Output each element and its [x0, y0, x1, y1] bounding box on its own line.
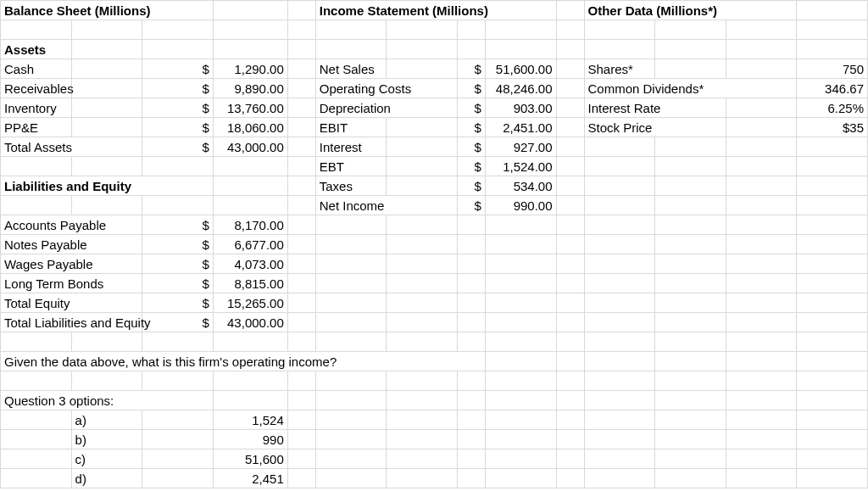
inv-val: 13,760.00	[213, 98, 287, 118]
data-row: Total Liabilities and Equity $ 43,000.00	[1, 313, 868, 332]
recv-sym: $	[142, 79, 214, 98]
balance-sheet-header: Balance Sheet (Millions)	[1, 1, 214, 20]
options-header-row: Question 3 options:	[1, 391, 868, 410]
opt-a-label: a)	[71, 410, 142, 430]
np-val: 6,677.00	[213, 235, 287, 254]
te-val: 15,265.00	[213, 293, 287, 313]
data-row: Notes Payable $ 6,677.00	[1, 235, 868, 254]
taxes-sym: $	[457, 176, 485, 196]
ppe-label: PP&E	[1, 118, 72, 137]
data-row: Total Assets $ 43,000.00 Interest $ 927.…	[1, 137, 868, 157]
option-row: a) 1,524	[1, 410, 868, 430]
np-label: Notes Payable	[1, 235, 142, 254]
tle-sym: $	[142, 313, 214, 332]
netsales-sym: $	[457, 59, 485, 79]
int-label: Interest	[315, 137, 387, 157]
income-statement-header: Income Statement (Millions)	[315, 1, 556, 20]
opcosts-label: Operating Costs	[315, 79, 457, 98]
ebit-val: 2,451.00	[485, 118, 556, 137]
netsales-label: Net Sales	[315, 59, 387, 79]
wp-sym: $	[142, 254, 214, 274]
ebt-sym: $	[457, 157, 485, 176]
data-row: EBT $ 1,524.00	[1, 157, 868, 176]
ni-val: 990.00	[485, 196, 556, 215]
other-data-header: Other Data (Millions*)	[584, 1, 797, 20]
opt-a-val: 1,524	[213, 410, 287, 430]
opt-d-val: 2,451	[213, 469, 287, 488]
empty-row	[1, 20, 868, 40]
ltb-label: Long Term Bonds	[1, 274, 142, 293]
ir-val: 6.25%	[797, 98, 868, 118]
tle-label: Total Liabilities and Equity	[1, 313, 142, 332]
ta-sym: $	[142, 137, 214, 157]
recv-val: 9,890.00	[213, 79, 287, 98]
cash-val: 1,290.00	[213, 59, 287, 79]
opt-c-label: c)	[71, 449, 142, 469]
assets-header: Assets	[1, 40, 72, 59]
opcosts-val: 48,246.00	[485, 79, 556, 98]
sp-val: $35	[797, 118, 868, 137]
header-row: Balance Sheet (Millions) Income Statemen…	[1, 1, 868, 20]
depr-sym: $	[457, 98, 485, 118]
opt-b-label: b)	[71, 430, 142, 449]
data-row: Wages Payable $ 4,073.00	[1, 254, 868, 274]
netsales-val: 51,600.00	[485, 59, 556, 79]
liab-header-row: Liabilities and Equity Taxes $ 534.00	[1, 176, 868, 196]
ap-val: 8,170.00	[213, 215, 287, 235]
int-val: 927.00	[485, 137, 556, 157]
cash-sym: $	[142, 59, 214, 79]
shares-val: 750	[797, 59, 868, 79]
int-sym: $	[457, 137, 485, 157]
data-row: Accounts Payable $ 8,170.00	[1, 215, 868, 235]
ir-label: Interest Rate	[584, 98, 726, 118]
ppe-val: 18,060.00	[213, 118, 287, 137]
data-row: Cash $ 1,290.00 Net Sales $ 51,600.00 Sh…	[1, 59, 868, 79]
taxes-label: Taxes	[315, 176, 387, 196]
ebit-label: EBIT	[315, 118, 387, 137]
opt-c-val: 51,600	[213, 449, 287, 469]
depr-val: 903.00	[485, 98, 556, 118]
recv-label: Receivables	[1, 79, 72, 98]
data-row: Receivables $ 9,890.00 Operating Costs $…	[1, 79, 868, 98]
div-val: 346.67	[797, 79, 868, 98]
ppe-sym: $	[142, 118, 214, 137]
question-text: Given the data above, what is this firm'…	[1, 352, 486, 371]
ltb-val: 8,815.00	[213, 274, 287, 293]
inv-label: Inventory	[1, 98, 72, 118]
te-sym: $	[142, 293, 214, 313]
taxes-val: 534.00	[485, 176, 556, 196]
ni-label: Net Income	[315, 196, 457, 215]
option-row: b) 990	[1, 430, 868, 449]
opt-d-label: d)	[71, 469, 142, 488]
options-header: Question 3 options:	[1, 391, 214, 410]
empty-row	[1, 332, 868, 352]
ni-sym: $	[457, 196, 485, 215]
te-label: Total Equity	[1, 293, 142, 313]
question-row: Given the data above, what is this firm'…	[1, 352, 868, 371]
opcosts-sym: $	[457, 79, 485, 98]
data-row: PP&E $ 18,060.00 EBIT $ 2,451.00 Stock P…	[1, 118, 868, 137]
spreadsheet-table: Balance Sheet (Millions) Income Statemen…	[0, 0, 868, 488]
ebt-label: EBT	[315, 157, 387, 176]
assets-header-row: Assets	[1, 40, 868, 59]
inv-sym: $	[142, 98, 214, 118]
liab-header: Liabilities and Equity	[1, 176, 214, 196]
shares-label: Shares*	[584, 59, 655, 79]
depr-label: Depreciation	[315, 98, 457, 118]
data-row: Total Equity $ 15,265.00	[1, 293, 868, 313]
data-row: Long Term Bonds $ 8,815.00	[1, 274, 868, 293]
ebit-sym: $	[457, 118, 485, 137]
option-row: d) 2,451	[1, 469, 868, 488]
opt-b-val: 990	[213, 430, 287, 449]
cash-label: Cash	[1, 59, 72, 79]
ap-label: Accounts Payable	[1, 215, 142, 235]
wp-val: 4,073.00	[213, 254, 287, 274]
ta-label: Total Assets	[1, 137, 142, 157]
data-row: Inventory $ 13,760.00 Depreciation $ 903…	[1, 98, 868, 118]
data-row: Net Income $ 990.00	[1, 196, 868, 215]
ebt-val: 1,524.00	[485, 157, 556, 176]
tle-val: 43,000.00	[213, 313, 287, 332]
div-label: Common Dividends*	[584, 79, 797, 98]
wp-label: Wages Payable	[1, 254, 142, 274]
option-row: c) 51,600	[1, 449, 868, 469]
